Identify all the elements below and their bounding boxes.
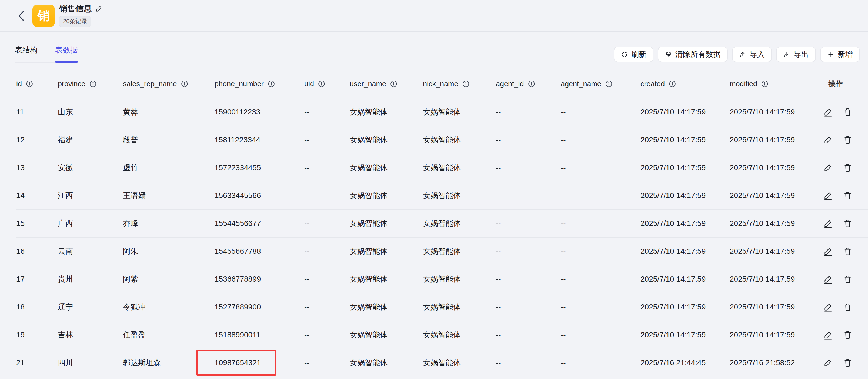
edit-row-button[interactable] xyxy=(824,135,833,144)
edit-row-button[interactable] xyxy=(824,330,833,340)
button-label: 导入 xyxy=(750,49,765,60)
edit-row-button[interactable] xyxy=(824,358,833,368)
cell-nick-name: 女娲智能体 xyxy=(423,247,496,256)
cell-agent-name: -- xyxy=(561,274,641,284)
cell-uid: -- xyxy=(304,163,350,172)
info-icon[interactable] xyxy=(89,80,97,88)
cell-created: 2025/7/10 14:17:59 xyxy=(641,108,730,117)
edit-row-button[interactable] xyxy=(824,219,833,228)
edit-row-button[interactable] xyxy=(824,274,833,284)
cell-created: 2025/7/10 14:17:59 xyxy=(641,302,730,312)
button-label: 清除所有数据 xyxy=(675,49,721,60)
cell-user-name: 女娲智能体 xyxy=(350,219,423,228)
column-header-phone_number: phone_number xyxy=(215,80,304,88)
cell-created: 2025/7/10 14:17:59 xyxy=(641,219,730,228)
pencil-icon xyxy=(824,247,833,256)
tab-table-data[interactable]: 表数据 xyxy=(55,45,78,62)
cell-agent-id: -- xyxy=(496,302,561,312)
column-header-ops: 操作 xyxy=(822,79,868,89)
cell-province: 贵州 xyxy=(58,274,123,284)
cell-modified: 2025/7/10 14:17:59 xyxy=(730,330,822,340)
cell-province: 安徽 xyxy=(58,163,123,172)
edit-row-button[interactable] xyxy=(824,108,833,117)
info-icon[interactable] xyxy=(268,80,275,88)
broom-icon xyxy=(665,51,672,58)
tab-table-structure[interactable]: 表结构 xyxy=(15,45,37,62)
info-icon[interactable] xyxy=(390,80,398,88)
cell-created: 2025/7/10 14:17:59 xyxy=(641,135,730,144)
cell-uid: -- xyxy=(304,108,350,117)
delete-row-button[interactable] xyxy=(843,358,852,368)
cell-user-name: 女娲智能体 xyxy=(350,330,423,340)
cell-created: 2025/7/10 14:17:59 xyxy=(641,163,730,172)
back-button[interactable] xyxy=(14,8,29,23)
delete-row-button[interactable] xyxy=(843,135,852,144)
info-icon[interactable] xyxy=(26,80,33,88)
info-icon[interactable] xyxy=(761,80,769,88)
trash-icon xyxy=(843,330,852,340)
delete-row-button[interactable] xyxy=(843,108,852,117)
export-button[interactable]: 导出 xyxy=(776,47,816,62)
info-icon[interactable] xyxy=(318,80,326,88)
cell-phone-number: 15544556677 xyxy=(215,219,304,228)
edit-row-button[interactable] xyxy=(824,163,833,172)
delete-row-button[interactable] xyxy=(843,163,852,172)
edit-title-button[interactable] xyxy=(95,5,103,12)
delete-row-button[interactable] xyxy=(843,219,852,228)
add-button[interactable]: 新增 xyxy=(820,47,860,62)
cell-province: 山东 xyxy=(58,108,123,117)
cell-id: 18 xyxy=(16,302,58,312)
cell-actions xyxy=(822,358,868,368)
cell-actions xyxy=(822,247,868,256)
cell-id: 11 xyxy=(16,108,58,117)
edit-row-button[interactable] xyxy=(824,247,833,256)
table-header-row: id province sales_rep_name phone_number … xyxy=(16,63,868,98)
info-icon[interactable] xyxy=(181,80,188,88)
trash-icon xyxy=(843,247,852,256)
delete-row-button[interactable] xyxy=(843,302,852,312)
column-header-created: created xyxy=(641,80,730,88)
info-icon[interactable] xyxy=(528,80,535,88)
table-row: 18 辽宁 令狐冲 15277889900 -- 女娲智能体 女娲智能体 -- … xyxy=(16,293,868,321)
pencil-icon xyxy=(824,135,833,144)
info-icon[interactable] xyxy=(605,80,613,88)
cell-uid: -- xyxy=(304,358,350,368)
delete-row-button[interactable] xyxy=(843,247,852,256)
column-header-nick_name: nick_name xyxy=(423,80,496,88)
cell-actions xyxy=(822,135,868,144)
cell-agent-name: -- xyxy=(561,358,641,368)
cell-agent-id: -- xyxy=(496,191,561,200)
table-row: 13 安徽 虚竹 15722334455 -- 女娲智能体 女娲智能体 -- -… xyxy=(16,154,868,182)
button-label: 导出 xyxy=(794,49,809,60)
column-header-modified: modified xyxy=(730,80,822,88)
clear-all-data-button[interactable]: 清除所有数据 xyxy=(658,47,728,62)
edit-row-button[interactable] xyxy=(824,302,833,312)
cell-user-name: 女娲智能体 xyxy=(350,191,423,200)
table-row: 15 广西 乔峰 15544556677 -- 女娲智能体 女娲智能体 -- -… xyxy=(16,210,868,237)
delete-row-button[interactable] xyxy=(843,274,852,284)
cell-province: 广西 xyxy=(58,219,123,228)
cell-agent-id: -- xyxy=(496,330,561,340)
info-icon[interactable] xyxy=(462,80,470,88)
cell-province: 云南 xyxy=(58,247,123,256)
edit-row-button[interactable] xyxy=(824,191,833,200)
cell-province: 吉林 xyxy=(58,330,123,340)
cell-id: 21 xyxy=(16,358,58,368)
cell-sales-rep-name: 黄蓉 xyxy=(123,108,215,117)
import-button[interactable]: 导入 xyxy=(732,47,772,62)
cell-nick-name: 女娲智能体 xyxy=(423,330,496,340)
delete-row-button[interactable] xyxy=(843,330,852,340)
cell-uid: -- xyxy=(304,191,350,200)
column-header-id: id xyxy=(16,80,58,88)
cell-uid: -- xyxy=(304,135,350,144)
info-icon[interactable] xyxy=(669,80,676,88)
refresh-button[interactable]: 刷新 xyxy=(614,47,653,62)
cell-actions xyxy=(822,219,868,228)
delete-row-button[interactable] xyxy=(843,191,852,200)
cell-modified: 2025/7/10 14:17:59 xyxy=(730,219,822,228)
cell-phone-number: 15900112233 xyxy=(215,108,304,117)
cell-sales-rep-name: 王语嫣 xyxy=(123,191,215,200)
plus-icon xyxy=(827,51,835,58)
cell-user-name: 女娲智能体 xyxy=(350,358,423,368)
cell-actions xyxy=(822,330,868,340)
